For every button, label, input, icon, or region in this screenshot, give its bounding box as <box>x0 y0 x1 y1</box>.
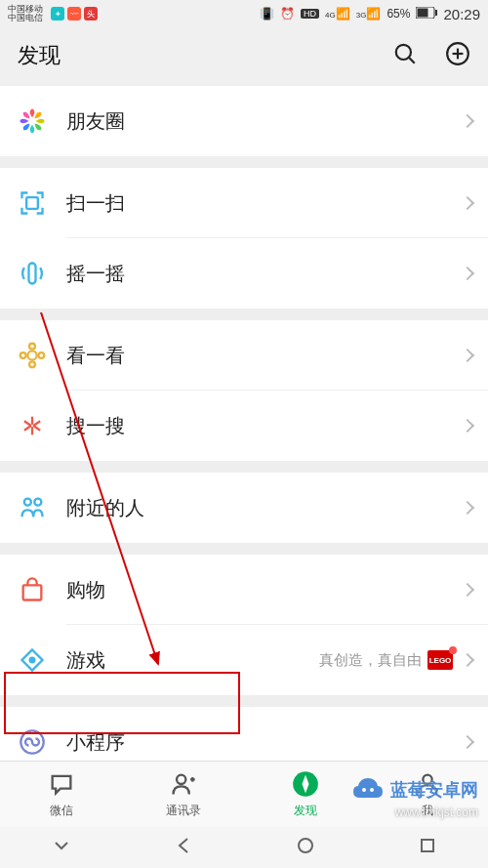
tab-label-contacts: 通讯录 <box>166 803 201 819</box>
svg-point-3 <box>396 45 411 60</box>
header: 发现 <box>0 27 488 84</box>
contacts-tab-icon <box>170 770 197 801</box>
chevron-right-icon <box>461 114 474 128</box>
row-label-shopping: 购物 <box>66 577 453 603</box>
nav-dropdown-icon[interactable] <box>52 836 71 859</box>
row-nearby[interactable]: 附近的人 <box>0 473 488 543</box>
topstories-icon <box>18 341 47 370</box>
svg-line-20 <box>33 421 40 426</box>
status-app-icon-2: 〰 <box>67 7 81 21</box>
search-icon <box>18 411 47 440</box>
nav-home-icon[interactable] <box>296 836 315 859</box>
system-nav-bar <box>0 827 488 868</box>
tab-bar: 微信通讯录发现我 <box>0 761 488 827</box>
tab-me[interactable]: 我 <box>366 762 488 827</box>
tab-label-chats: 微信 <box>50 803 73 819</box>
svg-rect-23 <box>23 585 42 599</box>
tab-contacts[interactable]: 通讯录 <box>122 762 244 827</box>
svg-point-14 <box>20 352 26 358</box>
games-icon <box>18 645 47 675</box>
row-label-games: 游戏 <box>66 647 319 674</box>
svg-rect-1 <box>418 8 428 17</box>
signal-1: 4G📶 <box>325 7 350 21</box>
search-icon[interactable] <box>392 41 418 70</box>
tab-chats[interactable]: 微信 <box>0 762 122 827</box>
svg-rect-9 <box>29 264 36 284</box>
discover-tab-icon <box>292 770 319 801</box>
svg-point-27 <box>177 774 185 783</box>
chevron-right-icon <box>461 735 474 749</box>
row-label-scan: 扫一扫 <box>66 190 453 217</box>
svg-point-31 <box>423 774 431 783</box>
clock-time: 20:29 <box>443 6 480 22</box>
carrier-2: 中国电信 <box>8 14 43 22</box>
hd-badge: HD <box>301 9 319 19</box>
row-label-topstories: 看一看 <box>66 343 453 369</box>
svg-point-10 <box>27 351 36 359</box>
row-label-nearby: 附近的人 <box>66 495 453 521</box>
row-games[interactable]: 游戏真创造，真自由LEGO <box>0 625 488 695</box>
row-label-moments: 朋友圈 <box>66 108 453 135</box>
svg-point-13 <box>29 361 35 367</box>
nav-back-icon[interactable] <box>174 836 193 859</box>
svg-point-24 <box>29 657 36 664</box>
chevron-right-icon <box>461 196 474 210</box>
svg-rect-8 <box>26 197 38 209</box>
svg-line-17 <box>24 426 31 431</box>
lego-badge: LEGO <box>427 650 453 670</box>
status-bar: 中国移动 中国电信 ✦ 〰 头 📳 ⏰ HD 4G📶 3G📶 65% 20:29 <box>0 0 488 27</box>
battery-icon <box>416 7 437 21</box>
chevron-right-icon <box>461 501 474 515</box>
status-app-icon-3: 头 <box>84 7 98 21</box>
shake-icon <box>18 259 47 288</box>
chevron-right-icon <box>461 267 474 280</box>
row-shake[interactable]: 摇一摇 <box>0 238 488 309</box>
tab-discover[interactable]: 发现 <box>244 762 366 827</box>
chevron-right-icon <box>461 583 474 597</box>
shopping-icon <box>18 575 47 604</box>
page-title: 发现 <box>18 41 61 70</box>
row-extra-games: 真创造，真自由LEGO <box>319 650 453 670</box>
svg-rect-33 <box>422 840 433 851</box>
tab-label-me: 我 <box>422 803 433 819</box>
moments-icon <box>18 106 47 136</box>
row-label-miniprogram: 小程序 <box>66 729 453 756</box>
row-search[interactable]: 搜一搜 <box>0 391 488 461</box>
row-moments[interactable]: 朋友圈 <box>0 86 488 156</box>
row-scan[interactable]: 扫一扫 <box>0 168 488 238</box>
scan-icon <box>18 188 47 218</box>
svg-point-11 <box>29 344 35 350</box>
me-tab-icon <box>414 770 441 801</box>
chevron-right-icon <box>461 653 474 667</box>
svg-point-21 <box>24 499 31 506</box>
svg-point-22 <box>34 499 41 506</box>
row-topstories[interactable]: 看一看 <box>0 320 488 391</box>
chevron-right-icon <box>461 349 474 362</box>
row-label-search: 搜一搜 <box>66 413 453 439</box>
svg-point-32 <box>299 839 312 852</box>
nav-recent-icon[interactable] <box>418 836 437 859</box>
miniprogram-icon <box>18 727 47 757</box>
add-icon[interactable] <box>445 41 470 70</box>
vibrate-icon: 📳 <box>260 7 274 21</box>
chats-tab-icon <box>48 770 75 801</box>
row-shopping[interactable]: 购物 <box>0 555 488 625</box>
tab-label-discover: 发现 <box>294 803 317 819</box>
chevron-right-icon <box>461 419 474 433</box>
svg-line-4 <box>409 58 414 62</box>
svg-rect-2 <box>435 10 437 16</box>
signal-2: 3G📶 <box>356 7 382 21</box>
battery-percent: 65% <box>386 7 410 21</box>
alarm-icon: ⏰ <box>280 7 295 21</box>
nearby-icon <box>18 493 47 522</box>
status-app-icon-1: ✦ <box>51 7 64 21</box>
svg-point-12 <box>38 352 44 358</box>
row-label-shake: 摇一摇 <box>66 261 453 287</box>
